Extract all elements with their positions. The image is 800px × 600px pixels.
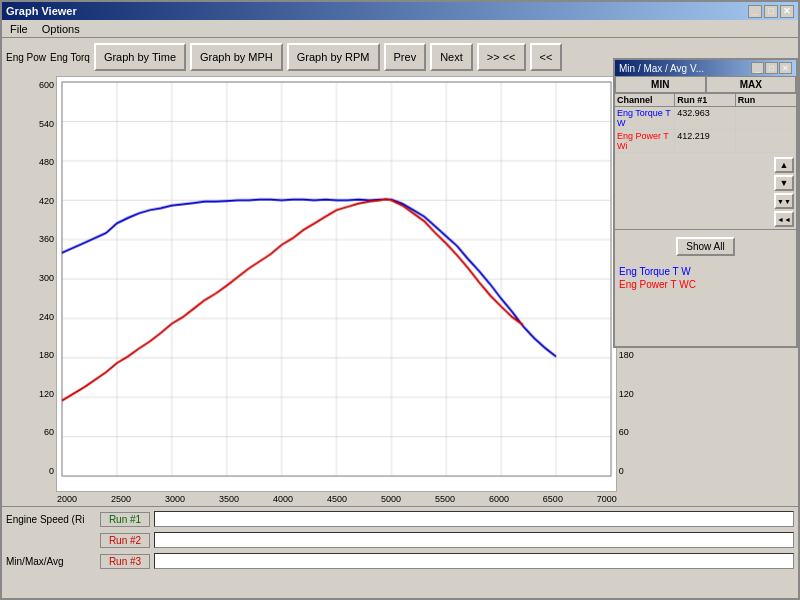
x-tick-5000: 5000 xyxy=(381,494,401,504)
channel-power-item[interactable]: Eng Power T WC xyxy=(617,278,794,291)
minmax-title-bar: Min / Max / Avg V... _ □ ✕ xyxy=(615,60,796,76)
menu-options[interactable]: Options xyxy=(36,23,86,35)
y-tick-60l: 60 xyxy=(4,427,54,437)
minmax-close[interactable]: ✕ xyxy=(779,62,792,74)
status-row-3: Min/Max/Avg Run #3 xyxy=(6,551,794,571)
ctrl-down[interactable]: ▼ xyxy=(774,175,794,191)
y-tick-120l: 120 xyxy=(4,389,54,399)
menu-file[interactable]: File xyxy=(4,23,34,35)
run3-box xyxy=(154,553,794,569)
y-axis-left: 600 540 480 420 360 300 240 180 120 60 0 xyxy=(2,76,56,492)
x-tick-6500: 6500 xyxy=(543,494,563,504)
y-tick-120r: 120 xyxy=(619,389,654,399)
left-axis-label-power: Eng Pow xyxy=(6,52,46,63)
y-tick-540l: 540 xyxy=(4,119,54,129)
power-run2 xyxy=(736,130,796,152)
torque-channel: Eng Torque T W xyxy=(615,107,675,129)
zoom-button[interactable]: >> << xyxy=(477,43,526,71)
x-tick-3000: 3000 xyxy=(165,494,185,504)
x-tick-5500: 5500 xyxy=(435,494,455,504)
minmax-row-torque: Eng Torque T W 432.963 xyxy=(615,107,796,130)
y-tick-240l: 240 xyxy=(4,312,54,322)
title-bar-buttons: _ □ ✕ xyxy=(748,5,794,18)
ctrl-up[interactable]: ▲ xyxy=(774,157,794,173)
run2-box xyxy=(154,532,794,548)
max-tab[interactable]: MAX xyxy=(706,76,797,93)
run1-label: Run #1 xyxy=(100,512,150,527)
y-tick-480l: 480 xyxy=(4,157,54,167)
run3-label: Run #3 xyxy=(100,554,150,569)
y-tick-0r: 0 xyxy=(619,466,654,476)
minimize-button[interactable]: _ xyxy=(748,5,762,18)
ctrl-fast-left[interactable]: ◄◄ xyxy=(774,211,794,227)
minmax-data-header: Channel Run #1 Run xyxy=(615,94,796,107)
power-run1: 412.219 xyxy=(675,130,735,152)
y-tick-420l: 420 xyxy=(4,196,54,206)
minmax-controls: ▲ ▼ ▼▼ ◄◄ xyxy=(615,153,796,230)
col-channel: Channel xyxy=(615,94,675,106)
torque-run2 xyxy=(736,107,796,129)
y-tick-600l: 600 xyxy=(4,80,54,90)
control-group: ▲ ▼ ▼▼ ◄◄ xyxy=(774,157,794,227)
y-tick-0l: 0 xyxy=(4,466,54,476)
graph-canvas xyxy=(56,76,617,492)
run1-box xyxy=(154,511,794,527)
x-tick-6000: 6000 xyxy=(489,494,509,504)
x-tick-2000: 2000 xyxy=(57,494,77,504)
col-run1: Run #1 xyxy=(675,94,735,106)
engine-speed-label: Engine Speed (Ri xyxy=(6,514,96,525)
graph-by-mph-button[interactable]: Graph by MPH xyxy=(190,43,283,71)
channel-list: Eng Torque T W Eng Power T WC xyxy=(615,263,796,293)
y-tick-360l: 360 xyxy=(4,234,54,244)
channel-torque-item[interactable]: Eng Torque T W xyxy=(617,265,794,278)
menu-bar: File Options xyxy=(2,20,798,38)
minmax-tabs: MIN MAX xyxy=(615,76,796,94)
x-tick-7000: 7000 xyxy=(597,494,617,504)
prev-button[interactable]: Prev xyxy=(384,43,427,71)
min-tab[interactable]: MIN xyxy=(615,76,706,93)
x-tick-4000: 4000 xyxy=(273,494,293,504)
x-tick-2500: 2500 xyxy=(111,494,131,504)
left-axis-label-torque: Eng Torq xyxy=(50,52,90,63)
show-all-container: Show All xyxy=(615,230,796,263)
minmaxavg-label: Min/Max/Avg xyxy=(6,556,96,567)
graph-by-rpm-button[interactable]: Graph by RPM xyxy=(287,43,380,71)
show-all-button[interactable]: Show All xyxy=(676,237,734,256)
power-channel: Eng Power T Wi xyxy=(615,130,675,152)
status-row-1: Engine Speed (Ri Run #1 xyxy=(6,509,794,529)
x-tick-3500: 3500 xyxy=(219,494,239,504)
minmax-title-buttons: _ □ ✕ xyxy=(751,62,792,74)
run2-label: Run #2 xyxy=(100,533,150,548)
torque-run1: 432.963 xyxy=(675,107,735,129)
x-tick-4500: 4500 xyxy=(327,494,347,504)
ctrl-fast-down[interactable]: ▼▼ xyxy=(774,193,794,209)
window-title: Graph Viewer xyxy=(6,5,77,17)
y-tick-300l: 300 xyxy=(4,273,54,283)
close-button[interactable]: ✕ xyxy=(780,5,794,18)
graph-by-time-button[interactable]: Graph by Time xyxy=(94,43,186,71)
title-bar: Graph Viewer _ □ ✕ xyxy=(2,2,798,20)
status-rows: Engine Speed (Ri Run #1 Run #2 Min/Max/A… xyxy=(2,506,798,574)
main-window: Graph Viewer _ □ ✕ File Options Eng Pow … xyxy=(0,0,800,600)
minmax-row-power: Eng Power T Wi 412.219 xyxy=(615,130,796,153)
back-button[interactable]: << xyxy=(530,43,563,71)
y-tick-60r: 60 xyxy=(619,427,654,437)
y-tick-180l: 180 xyxy=(4,350,54,360)
maximize-button[interactable]: □ xyxy=(764,5,778,18)
col-run2: Run xyxy=(736,94,796,106)
next-button[interactable]: Next xyxy=(430,43,473,71)
y-tick-180r: 180 xyxy=(619,350,654,360)
x-axis: 2000 2500 3000 3500 4000 4500 5000 5500 … xyxy=(57,492,617,506)
minmax-panel: Min / Max / Avg V... _ □ ✕ MIN MAX Chann… xyxy=(613,58,798,348)
minmax-maximize[interactable]: □ xyxy=(765,62,778,74)
minmax-minimize[interactable]: _ xyxy=(751,62,764,74)
minmax-title-label: Min / Max / Avg V... xyxy=(619,63,704,74)
status-row-2: Run #2 xyxy=(6,530,794,550)
